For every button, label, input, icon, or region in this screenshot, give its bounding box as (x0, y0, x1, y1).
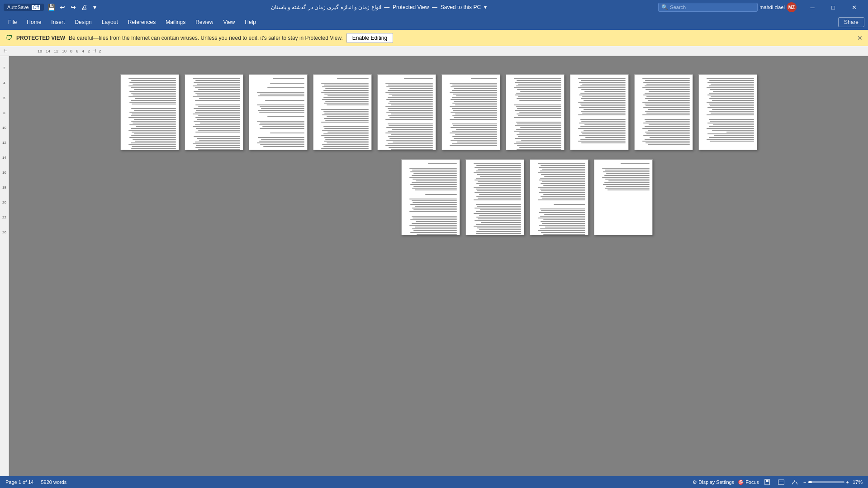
doc-page-9[interactable] (634, 74, 693, 150)
status-bar-right: ⚙ Display Settings 🎯 Focus − + 17% (693, 478, 863, 486)
focus-icon: 🎯 (738, 479, 744, 485)
protected-view-label: PROTECTED VIEW (16, 35, 65, 41)
doc-page-3[interactable] (249, 74, 308, 150)
svg-rect-1 (766, 480, 768, 481)
doc-page-4[interactable] (313, 74, 372, 150)
maximize-button[interactable]: □ (823, 0, 844, 14)
word-count: 5920 words (41, 479, 66, 485)
vruler-10: 10 (2, 126, 6, 130)
vruler-4: 4 (3, 81, 5, 85)
vruler-18: 18 (2, 185, 6, 190)
menu-mailings[interactable]: Mailings (161, 17, 190, 27)
horizontal-ruler: ⊢ 18 14 12 10 8 6 4 2 ⊣ 2 (0, 46, 868, 56)
menu-home[interactable]: Home (22, 17, 46, 27)
menu-insert[interactable]: Insert (47, 17, 69, 27)
zoom-percent: 17% (853, 479, 863, 485)
ruler-mark-8: 8 (70, 49, 72, 53)
document-title: انواع زمان و اندازه گیری زمان در گذشته و… (99, 4, 658, 10)
svg-rect-5 (779, 482, 783, 482)
vertical-ruler: 2 4 6 8 10 12 14 16 18 20 22 26 (0, 56, 9, 476)
page-info: Page 1 of 14 (5, 479, 33, 485)
status-bar: Page 1 of 14 5920 words ⚙ Display Settin… (0, 476, 868, 488)
ruler-mark-2: 2 (88, 49, 90, 53)
doc-page-12[interactable] (465, 159, 524, 235)
vruler-2: 2 (3, 66, 5, 70)
search-icon: 🔍 (661, 4, 668, 10)
ruler-left-marker: ⊢ (4, 48, 8, 53)
doc-page-1[interactable] (120, 74, 179, 150)
display-settings-button[interactable]: ⚙ Display Settings (693, 479, 734, 485)
doc-page-7[interactable] (506, 74, 564, 150)
zoom-controls: − + 17% (803, 479, 863, 485)
vruler-16: 16 (2, 171, 6, 175)
ruler-marker-icon: ⊣ (92, 48, 96, 53)
quick-access-toolbar: 💾 ↩ ↪ 🖨 ▾ (47, 3, 99, 11)
zoom-out-button[interactable]: − (803, 479, 806, 485)
close-button[interactable]: ✕ (844, 0, 864, 14)
search-input[interactable] (670, 5, 742, 10)
save-icon[interactable]: 💾 (47, 3, 56, 11)
menu-file[interactable]: File (4, 17, 21, 27)
user-avatar: MZ (787, 2, 797, 12)
vruler-26: 26 (2, 230, 6, 234)
title-bar: AutoSave Off 💾 ↩ ↪ 🖨 ▾ انواع زمان و اندا… (0, 0, 868, 14)
menu-references[interactable]: References (123, 17, 160, 27)
protected-view-message: Be careful—files from the Internet can c… (69, 35, 343, 41)
page-row-2 (401, 159, 653, 235)
svg-rect-4 (779, 481, 783, 481)
share-button[interactable]: Share (838, 17, 864, 27)
print-view-button[interactable] (763, 478, 773, 486)
svg-rect-2 (766, 481, 768, 482)
doc-page-14[interactable] (594, 159, 653, 235)
document-canvas[interactable] (9, 56, 868, 476)
enable-editing-button[interactable]: Enable Editing (346, 33, 393, 43)
print-icon[interactable]: 🖨 (80, 3, 88, 11)
menu-help[interactable]: Help (240, 17, 261, 27)
vruler-6: 6 (3, 96, 5, 100)
doc-page-11[interactable] (401, 159, 460, 235)
ruler-mark-12: 12 (54, 49, 58, 53)
close-protected-bar-icon[interactable]: ✕ (857, 34, 863, 42)
menu-layout[interactable]: Layout (97, 17, 123, 27)
menu-bar: File Home Insert Design Layout Reference… (0, 14, 868, 30)
display-settings-icon: ⚙ (693, 479, 697, 485)
undo-icon[interactable]: ↩ (58, 3, 66, 11)
autosave-label[interactable]: AutoSave Off (4, 4, 44, 11)
title-bar-left: AutoSave Off 💾 ↩ ↪ 🖨 ▾ (4, 3, 99, 11)
zoom-in-button[interactable]: + (846, 479, 849, 485)
username-label: mahdi ziaei (759, 5, 785, 10)
vruler-8: 8 (3, 111, 5, 115)
zoom-slider[interactable] (808, 481, 844, 483)
page-row-1 (120, 74, 757, 150)
focus-button[interactable]: 🎯 Focus (738, 479, 759, 485)
shield-icon: 🛡 (5, 34, 13, 42)
doc-page-2[interactable] (185, 74, 243, 150)
ruler-mark-4: 4 (82, 49, 84, 53)
redo-icon[interactable]: ↪ (69, 3, 77, 11)
main-area: 2 4 6 8 10 12 14 16 18 20 22 26 (0, 56, 868, 476)
ruler-marks: 18 14 12 10 8 6 4 2 ⊣ 2 (36, 48, 102, 53)
vruler-22: 22 (2, 215, 6, 219)
title-bar-right: 🔍 mahdi ziaei MZ ─ □ ✕ (658, 0, 864, 14)
vruler-12: 12 (2, 141, 6, 145)
doc-page-13[interactable] (530, 159, 588, 235)
ruler-mark-14: 14 (46, 49, 50, 53)
menu-design[interactable]: Design (70, 17, 96, 27)
doc-page-6[interactable] (441, 74, 500, 150)
doc-page-8[interactable] (570, 74, 629, 150)
search-box[interactable]: 🔍 (658, 3, 758, 12)
customize-icon[interactable]: ▾ (91, 3, 99, 11)
read-view-button[interactable] (790, 478, 800, 486)
ruler-mark-18: 18 (38, 49, 42, 53)
ruler-mark-2b: 2 (99, 49, 101, 53)
minimize-button[interactable]: ─ (802, 0, 823, 14)
doc-page-5[interactable] (377, 74, 436, 150)
web-view-button[interactable] (776, 478, 786, 486)
menu-review[interactable]: Review (191, 17, 218, 27)
window-controls: ─ □ ✕ (802, 0, 864, 14)
user-info[interactable]: mahdi ziaei MZ (759, 2, 797, 12)
ruler-mark-6: 6 (76, 49, 78, 53)
ruler-mark-10: 10 (62, 49, 66, 53)
doc-page-10[interactable] (698, 74, 757, 150)
menu-view[interactable]: View (219, 17, 240, 27)
